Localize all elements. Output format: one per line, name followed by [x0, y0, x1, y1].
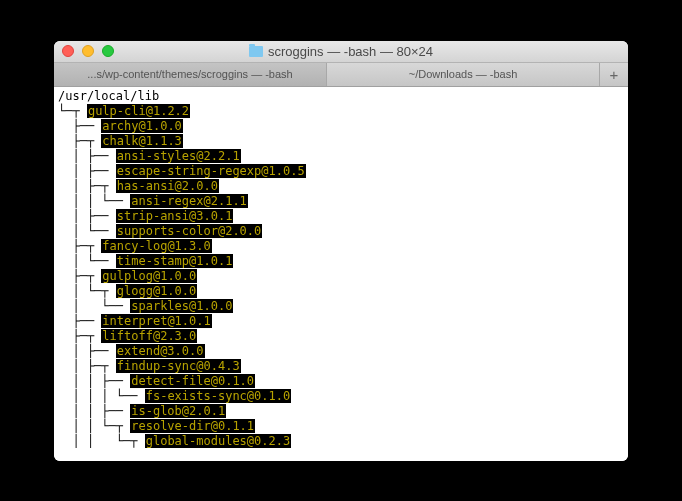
tree-line: │ ├─┬ findup-sync@0.4.3	[58, 359, 624, 374]
window-title: scroggins — -bash — 80×24	[62, 44, 620, 59]
package-name: supports-color@2.0.0	[116, 224, 263, 238]
package-name: time-stamp@1.0.1	[116, 254, 234, 268]
package-name: has-ansi@2.0.0	[116, 179, 219, 193]
package-name: detect-file@0.1.0	[130, 374, 255, 388]
tree-line: │ │ └─┬ resolve-dir@0.1.1	[58, 419, 624, 434]
package-name: gulp-cli@1.2.2	[87, 104, 190, 118]
package-name: ansi-styles@2.2.1	[116, 149, 241, 163]
package-name: resolve-dir@0.1.1	[130, 419, 255, 433]
package-name: findup-sync@0.4.3	[116, 359, 241, 373]
tab-scroggins[interactable]: ...s/wp-content/themes/scroggins — -bash	[54, 63, 327, 86]
tree-line: ├─┬ gulplog@1.0.0	[58, 269, 624, 284]
tree-line: │ └── time-stamp@1.0.1	[58, 254, 624, 269]
maximize-icon[interactable]	[102, 45, 114, 57]
package-name: chalk@1.1.3	[101, 134, 182, 148]
package-name: sparkles@1.0.0	[130, 299, 233, 313]
tabbar: ...s/wp-content/themes/scroggins — -bash…	[54, 63, 628, 87]
tree-line: │ └── sparkles@1.0.0	[58, 299, 624, 314]
tree-line: │ └── supports-color@2.0.0	[58, 224, 624, 239]
package-name: glogg@1.0.0	[116, 284, 197, 298]
package-name: is-glob@2.0.1	[130, 404, 226, 418]
tab-label: ...s/wp-content/themes/scroggins — -bash	[87, 68, 292, 80]
package-name: interpret@1.0.1	[101, 314, 211, 328]
close-icon[interactable]	[62, 45, 74, 57]
tree-line: ├─┬ chalk@1.1.3	[58, 134, 624, 149]
tree-line: │ │ ├── is-glob@2.0.1	[58, 404, 624, 419]
tree-line: │ │ │ └── fs-exists-sync@0.1.0	[58, 389, 624, 404]
add-tab-button[interactable]: +	[600, 63, 628, 86]
package-name: escape-string-regexp@1.0.5	[116, 164, 306, 178]
package-name: strip-ansi@3.0.1	[116, 209, 234, 223]
package-name: ansi-regex@2.1.1	[130, 194, 248, 208]
tree-line: ├── archy@1.0.0	[58, 119, 624, 134]
tree-line: │ │ ├── detect-file@0.1.0	[58, 374, 624, 389]
tree-line: ├─┬ liftoff@2.3.0	[58, 329, 624, 344]
tree-line: ├── interpret@1.0.1	[58, 314, 624, 329]
tree-line: └─┬ gulp-cli@1.2.2	[58, 104, 624, 119]
package-name: archy@1.0.0	[101, 119, 182, 133]
traffic-lights	[62, 45, 114, 57]
package-name: fancy-log@1.3.0	[101, 239, 211, 253]
tree-line: │ ├── escape-string-regexp@1.0.5	[58, 164, 624, 179]
minimize-icon[interactable]	[82, 45, 94, 57]
terminal-content[interactable]: /usr/local/lib└─┬ gulp-cli@1.2.2 ├── arc…	[54, 87, 628, 461]
package-name: gulplog@1.0.0	[101, 269, 197, 283]
titlebar[interactable]: scroggins — -bash — 80×24	[54, 41, 628, 63]
folder-icon	[249, 46, 263, 57]
tree-line: │ ├── strip-ansi@3.0.1	[58, 209, 624, 224]
tab-label: ~/Downloads — -bash	[409, 68, 518, 80]
package-name: liftoff@2.3.0	[101, 329, 197, 343]
package-name: extend@3.0.0	[116, 344, 205, 358]
terminal-root-path: /usr/local/lib	[58, 89, 624, 104]
tree-line: ├─┬ fancy-log@1.3.0	[58, 239, 624, 254]
package-name: global-modules@0.2.3	[145, 434, 292, 448]
window-title-text: scroggins — -bash — 80×24	[268, 44, 433, 59]
tab-downloads[interactable]: ~/Downloads — -bash	[327, 63, 600, 86]
tree-line: │ │ └── ansi-regex@2.1.1	[58, 194, 624, 209]
tree-line: │ └─┬ glogg@1.0.0	[58, 284, 624, 299]
terminal-window: scroggins — -bash — 80×24 ...s/wp-conten…	[54, 41, 628, 461]
tree-line: │ ├─┬ has-ansi@2.0.0	[58, 179, 624, 194]
tree-line: │ ├── ansi-styles@2.2.1	[58, 149, 624, 164]
tree-line: │ │ └─┬ global-modules@0.2.3	[58, 434, 624, 449]
tree-line: │ ├── extend@3.0.0	[58, 344, 624, 359]
package-name: fs-exists-sync@0.1.0	[145, 389, 292, 403]
